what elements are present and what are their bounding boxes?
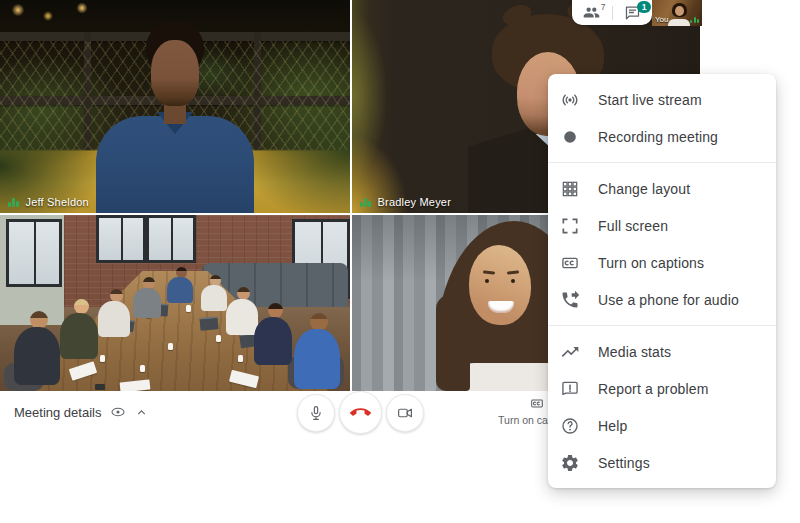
menu-item-label: Settings <box>598 455 650 471</box>
menu-item-help[interactable]: Help <box>548 407 776 444</box>
help-icon <box>560 416 580 436</box>
record-icon <box>560 127 580 147</box>
video-tile-meeting-room[interactable] <box>0 215 350 391</box>
camera-icon <box>396 404 414 422</box>
menu-item-label: Use a phone for audio <box>598 292 739 308</box>
menu-divider <box>548 325 776 326</box>
media-stats-icon <box>560 342 580 362</box>
people-icon <box>583 4 600 21</box>
cup <box>140 365 145 372</box>
speaker-name-tag: Jeff Sheldon <box>8 196 89 208</box>
phone <box>95 384 105 390</box>
chevron-up-icon <box>135 406 148 419</box>
window <box>146 215 196 263</box>
menu-item-full-screen[interactable]: Full screen <box>548 207 776 244</box>
chat-button[interactable]: 1 <box>613 0 653 25</box>
torso <box>60 313 98 359</box>
fullscreen-icon <box>560 216 580 236</box>
video-tile-jeff-sheldon[interactable]: Jeff Sheldon <box>0 0 350 213</box>
menu-item-start-live-stream[interactable]: Start live stream <box>548 81 776 118</box>
head <box>268 303 283 318</box>
more-options-menu: Start live stream Recording meeting Chan… <box>548 74 776 488</box>
chat-unread-badge: 1 <box>637 1 651 13</box>
person-hair <box>436 295 470 391</box>
person-torso <box>668 19 690 26</box>
menu-item-media-stats[interactable]: Media stats <box>548 333 776 370</box>
settings-icon <box>560 453 580 473</box>
menu-item-use-phone-for-audio[interactable]: Use a phone for audio <box>548 281 776 318</box>
menu-item-label: Change layout <box>598 181 690 197</box>
menu-item-report-a-problem[interactable]: Report a problem <box>548 370 776 407</box>
meeting-details-label: Meeting details <box>14 405 101 420</box>
hang-up-icon <box>350 402 371 423</box>
menu-item-label: Help <box>598 418 627 434</box>
laptop <box>199 316 218 331</box>
torso <box>201 285 227 311</box>
cup <box>168 343 173 350</box>
menu-item-change-layout[interactable]: Change layout <box>548 170 776 207</box>
menu-item-label: Media stats <box>598 344 671 360</box>
eye-icon <box>110 404 126 420</box>
microphone-icon <box>307 404 325 422</box>
captions-icon <box>528 396 546 411</box>
menu-item-settings[interactable]: Settings <box>548 444 776 481</box>
microphone-button[interactable] <box>297 394 335 432</box>
paper <box>120 379 151 391</box>
speaker-name: Bradley Meyer <box>378 196 452 208</box>
torso <box>133 288 161 318</box>
report-problem-icon <box>560 379 580 399</box>
audio-activity-icon <box>8 197 19 207</box>
camera-button[interactable] <box>386 394 424 432</box>
menu-item-turn-on-captions[interactable]: Turn on captions <box>548 244 776 281</box>
audio-activity-icon <box>690 16 699 23</box>
cup <box>186 305 191 312</box>
cup <box>100 355 105 362</box>
cup <box>216 335 221 342</box>
phone-audio-icon <box>560 290 580 310</box>
torso <box>14 327 60 385</box>
meeting-details-toggle[interactable]: Meeting details <box>14 402 148 422</box>
meet-app-window: Jeff Sheldon Bradley Meyer <box>0 0 800 523</box>
torso <box>98 301 130 337</box>
person-eye <box>485 279 489 283</box>
person-face <box>675 6 684 16</box>
speaker-name-tag: Bradley Meyer <box>360 196 451 208</box>
participants-button[interactable]: 7 <box>572 0 612 25</box>
hang-up-button[interactable] <box>339 391 382 434</box>
captions-icon <box>560 253 580 273</box>
person-face <box>151 40 199 106</box>
window <box>96 215 146 263</box>
self-view-thumbnail[interactable]: You <box>652 0 702 26</box>
menu-item-label: Full screen <box>598 218 668 234</box>
torso <box>167 277 193 303</box>
self-view-label: You <box>655 15 669 24</box>
menu-item-label: Report a problem <box>598 381 709 397</box>
window <box>6 219 62 287</box>
menu-item-label: Start live stream <box>598 92 702 108</box>
head <box>74 299 89 314</box>
menu-item-label: Turn on captions <box>598 255 704 271</box>
speaker-name: Jeff Sheldon <box>26 196 89 208</box>
participants-count: 7 <box>601 2 606 12</box>
torso <box>254 317 292 365</box>
person-eye <box>511 279 515 283</box>
torso <box>294 329 340 389</box>
menu-divider <box>548 162 776 163</box>
menu-item-label: Recording meeting <box>598 129 718 145</box>
menu-item-recording-meeting[interactable]: Recording meeting <box>548 118 776 155</box>
header-controls-pill: 7 1 <box>572 0 652 25</box>
person-face <box>469 245 531 325</box>
cup <box>238 355 243 362</box>
live-stream-icon <box>560 90 580 110</box>
torso <box>226 299 258 335</box>
audio-activity-icon <box>360 197 371 207</box>
grid-layout-icon <box>560 179 580 199</box>
